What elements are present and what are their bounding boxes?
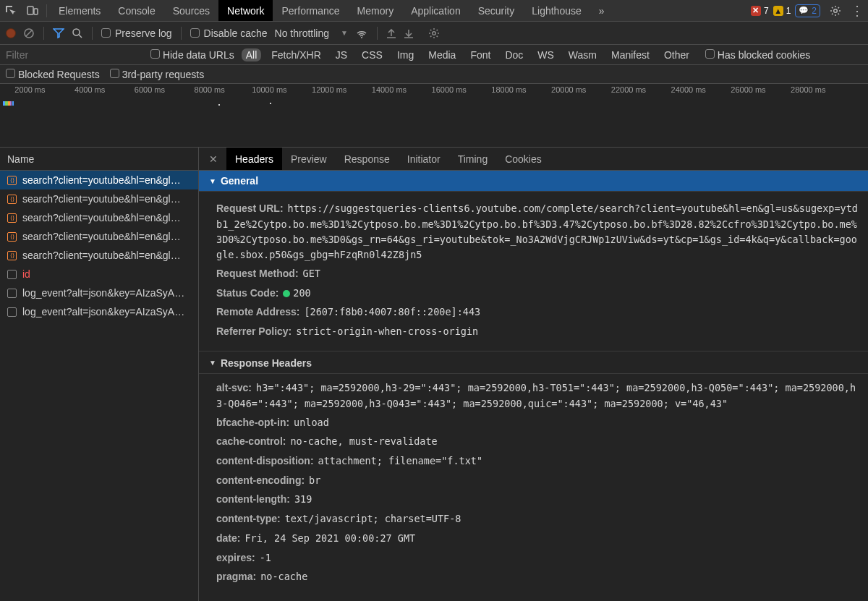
clear-button[interactable] [23,27,35,39]
request-list-header[interactable]: Name [0,148,198,171]
message-count-value: 2 [812,6,817,16]
filter-type-media[interactable]: Media [424,48,460,61]
request-url-value: https://suggestqueries-clients6.youtube.… [216,203,858,260]
tab-memory[interactable]: Memory [349,0,403,21]
tab-console[interactable]: Console [109,0,163,21]
message-count[interactable]: 💬 2 [795,4,820,17]
preserve-log-toggle[interactable]: Preserve log [101,27,172,39]
more-icon[interactable]: ⋮ [846,3,868,19]
record-button[interactable] [6,28,16,38]
request-list: Name ⟨⟩search?client=youtube&hl=en&gl…⟨⟩… [0,148,199,601]
timeline-overview[interactable]: 2000 ms4000 ms6000 ms8000 ms10000 ms1200… [0,84,868,148]
has-blocked-cookies-toggle[interactable]: Has blocked cookies [705,49,810,61]
tab-network[interactable]: Network [218,0,273,21]
checkbox-icon [6,69,15,78]
filter-type-img[interactable]: Img [393,48,418,61]
upload-har-icon[interactable] [386,28,396,38]
disable-cache-toggle[interactable]: Disable cache [190,27,268,39]
checkbox-icon [705,49,715,59]
request-row[interactable]: ⟨⟩search?client=youtube&hl=en&gl… [0,208,198,227]
general-section-body: Request URL:https://suggestqueries-clien… [199,192,868,351]
filter-type-ws[interactable]: WS [533,48,558,61]
header-key: date: [216,532,240,544]
network-content: Name ⟨⟩search?client=youtube&hl=en&gl…⟨⟩… [0,148,868,601]
drawer-settings-icon[interactable] [428,27,440,39]
tab-sources[interactable]: Sources [164,0,218,21]
preserve-log-label: Preserve log [115,27,172,39]
error-count[interactable]: ✕ 7 [751,4,769,17]
timeline-tick: 2000 ms [14,85,45,94]
throttling-select[interactable]: No throttling ▼ [275,27,348,39]
request-row[interactable]: ⟨⟩search?client=youtube&hl=en&gl… [0,227,198,246]
filter-type-other[interactable]: Other [660,48,694,61]
blocked-requests-toggle[interactable]: Blocked Requests [6,69,100,80]
filter-type-doc[interactable]: Doc [501,48,527,61]
filter-input[interactable] [6,49,78,61]
device-toggle-icon[interactable] [22,5,43,17]
filter-type-fetchxhr[interactable]: Fetch/XHR [267,48,325,61]
hide-data-urls-toggle[interactable]: Hide data URLs [150,49,234,61]
search-icon[interactable] [72,27,83,39]
separator [377,27,378,40]
status-code-label: Status Code: [216,287,278,299]
filter-type-wasm[interactable]: Wasm [564,48,601,61]
error-count-value: 7 [764,6,769,16]
warning-count[interactable]: ▲ 1 [773,4,791,17]
filter-type-font[interactable]: Font [466,48,495,61]
download-har-icon[interactable] [404,28,414,38]
header-value: no-cache, must-revalidate [290,435,437,447]
referrer-policy-label: Referrer Policy: [216,325,292,337]
detail-tab-preview[interactable]: Preview [282,148,336,170]
detail-tab-bar: ✕ HeadersPreviewResponseInitiatorTimingC… [199,148,868,171]
detail-tab-timing[interactable]: Timing [449,148,497,170]
script-icon: ⟨⟩ [7,232,17,242]
request-row[interactable]: id [0,265,198,284]
tab-performance[interactable]: Performance [273,0,348,21]
detail-tab-response[interactable]: Response [336,148,399,170]
tabs-overflow-button[interactable]: » [590,0,613,21]
detail-tab-cookies[interactable]: Cookies [496,148,550,170]
third-party-toggle[interactable]: 3rd-party requests [110,69,205,80]
filter-type-manifest[interactable]: Manifest [607,48,654,61]
tab-elements[interactable]: Elements [50,0,109,21]
tab-application[interactable]: Application [402,0,469,21]
close-detail-icon[interactable]: ✕ [203,153,224,165]
filter-toggle-icon[interactable] [53,27,64,39]
timeline-marker [218,104,220,106]
blocked-requests-label: Blocked Requests [18,69,100,80]
request-row[interactable]: ⟨⟩search?client=youtube&hl=en&gl… [0,171,198,189]
tab-security[interactable]: Security [469,0,524,21]
script-icon: ⟨⟩ [7,195,17,204]
svg-point-7 [361,37,362,38]
request-row[interactable]: ⟨⟩search?client=youtube&hl=en&gl… [0,246,198,265]
network-toolbar: Preserve log Disable cache No throttling… [0,22,868,45]
request-row[interactable]: ⟨⟩search?client=youtube&hl=en&gl… [0,189,198,208]
response-header-row: content-disposition:attachment; filename… [216,453,858,469]
warning-count-value: 1 [786,6,791,16]
request-row[interactable]: log_event?alt=json&key=AIzaSyA… [0,302,198,321]
throttling-value: No throttling [275,27,329,39]
header-value: br [309,474,320,486]
general-section-header[interactable]: ▼General [199,171,868,192]
response-header-row: content-encoding:br [216,473,858,489]
filter-type-css[interactable]: CSS [357,48,387,61]
detail-tab-initiator[interactable]: Initiator [399,148,449,170]
header-key: content-disposition: [216,455,314,466]
timeline-marker [270,103,271,104]
filter-type-js[interactable]: JS [331,48,352,61]
response-header-row: expires:-1 [216,550,858,566]
detail-tab-headers[interactable]: Headers [226,148,282,170]
general-title: General [221,175,258,187]
timeline-tick: 8000 ms [195,85,225,94]
response-headers-section-header[interactable]: ▼Response Headers [199,351,868,374]
request-name: log_event?alt=json&key=AIzaSyA… [22,287,184,299]
filter-type-all[interactable]: All [242,48,262,61]
request-row[interactable]: log_event?alt=json&key=AIzaSyA… [0,284,198,302]
inspect-icon[interactable] [0,5,22,17]
tab-lighthouse[interactable]: Lighthouse [523,0,590,21]
network-conditions-icon[interactable] [355,27,368,39]
hide-data-urls-label: Hide data URLs [163,49,234,61]
header-value: -1 [260,552,271,563]
svg-point-8 [433,31,436,35]
settings-icon[interactable] [825,5,846,17]
